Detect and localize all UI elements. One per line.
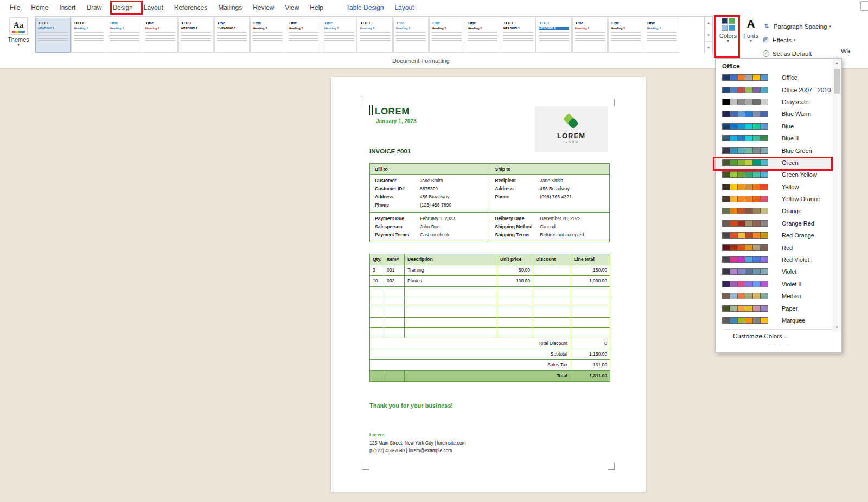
gallery-scroll-up-icon[interactable]: ▴ [705,17,712,29]
color-scheme-option[interactable]: Marquee [716,314,841,326]
color-swatch [730,281,738,287]
style-thumbnail[interactable]: Title Heading 1 [107,18,142,53]
color-scheme-option[interactable]: Grayscale [716,96,841,108]
items-cell [533,318,571,328]
color-scheme-option[interactable]: Yellow Orange [716,193,841,205]
style-heading: Heading 1 [611,27,641,30]
style-title: TITLE [74,21,104,25]
paragraph-spacing-button[interactable]: ⇅ Paragraph Spacing ▾ [763,20,834,33]
items-row [370,328,610,338]
color-scheme-option[interactable]: Median [716,290,841,302]
color-scheme-option[interactable]: Red Violet [716,254,841,266]
color-scheme-option[interactable]: Green Yellow [716,169,841,181]
window-control-partial[interactable] [860,1,868,11]
chevron-down-icon: ▾ [5,43,31,47]
footer-contact: p.(123) 456-7890 | lorem@example.com [369,448,452,453]
color-scheme-label: Median [782,293,801,299]
color-scheme-option[interactable]: Orange Red [716,217,841,229]
watermark-group-partial[interactable]: Wa [841,48,850,54]
style-thumbnail[interactable]: Title Heading 1 [250,18,285,53]
menu-tab[interactable]: Table Design [341,0,389,15]
menu-tab[interactable]: Design [107,0,138,15]
style-thumbnail[interactable]: TITLE Heading 1 [71,18,106,53]
scrollbar-track[interactable] [833,67,841,324]
formatting-options-group: ⇅ Paragraph Spacing ▾ Effects ▾ ✓ Set as… [763,20,834,60]
color-scheme-option[interactable]: Yellow [716,181,841,193]
style-thumbnail[interactable]: Title Heading 1 [429,18,464,53]
style-body-lines [611,32,641,37]
style-title: Title [647,21,676,25]
menu-tab[interactable]: File [4,0,25,15]
menu-tab[interactable]: References [169,0,213,15]
menu-tab[interactable]: Layout [389,0,419,15]
color-scheme-option[interactable]: Blue [716,120,841,132]
color-swatch [722,256,730,263]
color-scheme-option[interactable]: Blue Warm [716,108,841,120]
color-scheme-option[interactable]: Blue Green [716,144,841,156]
style-thumbnail[interactable]: Title Heading 1 [286,18,321,53]
style-thumbnail[interactable]: Title Heading 1 [322,18,357,53]
color-scheme-option[interactable]: Blue II [716,132,841,144]
menu-tab[interactable]: Mailings [213,0,247,15]
menu-scrollbar[interactable]: ▲ ▼ [833,59,841,332]
colors-button[interactable]: Colors ▾ [717,17,739,63]
style-thumbnail[interactable]: Title Heading 1 [644,18,679,53]
style-thumbnail[interactable]: Title Heading 1 [608,18,643,53]
color-palette-strip [722,208,774,214]
style-thumbnail[interactable]: TITLE Heading 1 [358,18,393,53]
items-cell [370,297,384,307]
items-cell [384,328,405,338]
color-scheme-option[interactable]: Office [716,72,841,83]
style-thumbnail[interactable]: TITLE HEADING 1 [537,18,572,53]
style-thumbnail[interactable]: Title Heading 1 [572,18,608,53]
color-scheme-option[interactable]: Red Orange [716,229,841,241]
color-scheme-option[interactable]: Violet II [716,278,841,290]
style-title: TITLE [360,21,390,25]
color-swatch [722,268,730,275]
menu-tab[interactable]: Review [247,0,279,15]
style-thumbnail[interactable]: TITLE HEADING 1 [35,18,71,53]
color-swatch [760,220,768,227]
scroll-up-icon[interactable]: ▲ [833,59,841,67]
items-row [370,297,610,307]
themes-button[interactable]: Aa Themes ▾ [5,17,31,64]
color-scheme-option[interactable]: Violet [716,266,841,278]
fonts-button[interactable]: A Fonts ▾ [741,17,761,63]
color-scheme-option[interactable]: Office 2007 - 2010 [716,83,841,95]
gallery-scroll-down-icon[interactable]: ▾ [705,29,712,41]
effects-button[interactable]: Effects ▾ [763,33,834,47]
document-page[interactable]: LOREM January 1, 2023 LOREM IPSUM INVOIC… [331,77,646,492]
style-thumbnail[interactable]: Title 1 HEADING 1 [214,18,250,53]
menu-tab[interactable]: Draw [81,0,107,15]
color-palette-strip [722,317,774,324]
color-swatch [722,220,730,227]
color-scheme-option[interactable]: Red [716,241,841,253]
scrollbar-thumb[interactable] [834,69,840,94]
color-scheme-option[interactable]: Green [716,157,841,169]
style-heading: Heading 1 [647,27,676,30]
menu-resize-grip[interactable]: · · · · [716,339,841,347]
style-thumbnail[interactable]: TITLE HEADING 1 [178,18,214,53]
items-cell [571,328,610,338]
logo-icon [563,114,579,130]
color-scheme-option[interactable]: Orange [716,205,841,217]
style-thumbnail[interactable]: Title Heading 1 [143,18,178,53]
customize-colors-button[interactable]: Customize Colors... [716,330,841,339]
scroll-down-icon[interactable]: ▼ [833,324,841,332]
gallery-more-icon[interactable]: ▾ [705,41,712,54]
menu-tab[interactable]: Insert [54,0,81,15]
color-swatch [760,244,768,251]
color-swatch [737,184,745,190]
style-thumbnail[interactable]: Title Heading 1 [465,18,500,53]
color-scheme-option[interactable]: Paper [716,302,841,314]
menu-tab[interactable]: View [280,0,305,15]
style-body-lines [539,32,569,37]
menu-tab[interactable]: Home [25,0,54,15]
menu-tab[interactable]: Help [304,0,329,15]
color-scheme-label: Red Violet [782,256,809,263]
color-swatch [722,135,730,141]
style-body-lines [432,38,462,43]
menu-tab[interactable]: Layout [138,0,169,15]
style-thumbnail[interactable]: Title Heading 1 [393,18,429,53]
style-thumbnail[interactable]: TITLE HEADING 1 [501,18,536,53]
